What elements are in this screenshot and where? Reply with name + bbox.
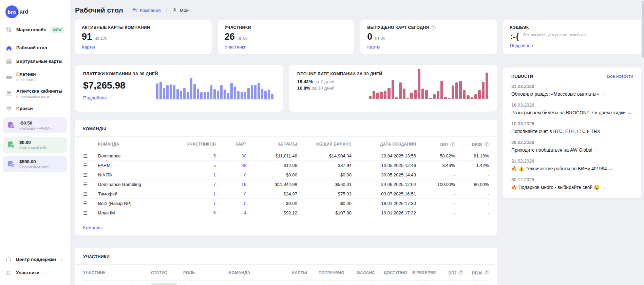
brocard-logo[interactable]: bro card [0, 4, 70, 23]
info-icon[interactable]: ? [431, 25, 436, 30]
team-cell[interactable]: 0 [216, 191, 246, 196]
news-item[interactable]: 21.02.2026🔥 ⚠️ Технические работы по БИН… [511, 158, 633, 172]
news-title: НОВОСТИ [511, 74, 533, 79]
row-menu-icon[interactable]: ☰ [83, 153, 98, 158]
news-card: НОВОСТИ Все новости 31.03.2026Обновили р… [503, 68, 641, 198]
sidebar-item-sublabel: и рекламные сети [16, 95, 62, 99]
sidebar-item-label: Агентские кабинеты [16, 89, 62, 94]
teams-link[interactable]: Команды [83, 225, 102, 230]
row-menu-icon[interactable]: ☰ [83, 201, 98, 206]
row-menu-icon[interactable]: ☰ [83, 210, 98, 215]
info-icon[interactable]: ? [458, 270, 463, 275]
team-row[interactable]: ☰Dominance530$11,011.48$14,904.3429.04.2… [83, 151, 489, 160]
members-link[interactable]: Участники [225, 44, 247, 50]
news-item[interactable]: 31.03.2026Обновили раздел «Массовые выпл… [511, 84, 633, 97]
team-cell[interactable]: 1 [172, 172, 216, 177]
chart-bar [482, 82, 485, 99]
row-menu-icon[interactable]: ☰ [83, 163, 98, 168]
column-header: DR7? [416, 142, 455, 147]
column-header: ДАТА СОЗДАНИЯ [352, 142, 416, 147]
news-item-title: Приходите пообщаться на AW Global→ [511, 147, 633, 153]
team-row[interactable]: ☰NIKITA10$0.00$0.0030.05.2025 14:43-- [83, 170, 489, 179]
account-tile-card[interactable]: $0.00 Карточный счёт [3, 137, 67, 153]
team-cell[interactable]: 1 [172, 201, 216, 206]
account-tile-farm[interactable]: -$0.50 Команда «FARM» [3, 117, 67, 133]
chart-bar [241, 92, 243, 99]
stat-value: 0 [367, 32, 372, 42]
sidebar-item-dashboard[interactable]: Рабочий стол [0, 41, 70, 55]
tab-company[interactable]: Компания [132, 7, 161, 13]
sidebar-item-marketplace[interactable]: Маркетплейс NEW [0, 23, 70, 37]
team-cell[interactable]: 5 [172, 163, 216, 168]
chart-bar [244, 92, 246, 99]
chart-bar [207, 92, 209, 99]
chart-bar [234, 87, 236, 99]
chart-bar [156, 83, 158, 99]
info-icon[interactable]: ? [484, 142, 489, 147]
chart-bar [183, 88, 186, 99]
chart-bar [220, 85, 223, 99]
sidebar-item-support[interactable]: Центр поддержки › [0, 253, 70, 266]
stat-of: из 100 [95, 36, 107, 41]
news-item[interactable]: 10.03.2026Пополняйте счет в BTC, ETH, LT… [511, 121, 633, 135]
team-cell[interactable]: 5 [172, 153, 216, 158]
news-date: 16.03.2026 [511, 102, 633, 108]
team-cell[interactable]: 0 [216, 172, 246, 177]
sidebar-item-agent-cabinets[interactable]: Агентские кабинеты и рекламные сети [0, 85, 70, 102]
team-row[interactable]: ☰Borz (Назар NP)10$0.00$0.0019.01.2026 1… [83, 198, 489, 208]
info-icon[interactable]: ? [450, 142, 455, 147]
info-icon[interactable]: ? [484, 270, 489, 275]
news-item[interactable]: 30.12.2025🔥 Подарков много - выбирайте с… [511, 177, 633, 191]
all-news-link[interactable]: Все новости [607, 74, 633, 79]
team-cell[interactable]: 4 [216, 210, 246, 215]
sidebar-item-virtual-cards[interactable]: Виртуальные карты [0, 55, 70, 68]
sidebar-item-label: Виртуальные карты [16, 59, 62, 64]
row-menu-icon[interactable]: ☰ [83, 172, 98, 177]
team-cell[interactable]: 30 [216, 153, 246, 158]
card-account-icon [7, 121, 16, 130]
team-cell[interactable]: 7 [172, 182, 216, 187]
news-item[interactable]: 26.02.2026Приходите пообщаться на AW Glo… [511, 140, 633, 153]
team-cell: NIKITA [98, 172, 172, 177]
sidebar-item-members[interactable]: Участники › [0, 266, 70, 280]
row-menu-icon[interactable]: ☰ [83, 191, 98, 196]
payments-details-link[interactable]: Подробнее [83, 95, 107, 100]
chart-bar [440, 81, 443, 99]
scrollbar-track[interactable] [642, 0, 644, 285]
team-row[interactable]: ☰Тимофей10$24.97$75.0303.07.2025 16:51-- [83, 189, 489, 198]
cards-link[interactable]: Карты [82, 44, 95, 50]
news-item-title: 🔥 Подарков много - выбирайте свой 😉→ [511, 184, 633, 191]
account-tile-service[interactable]: $590.00 Сервисный счёт [3, 156, 67, 172]
chart-bar [448, 98, 451, 99]
chart-cards-row: ПЛАТЕЖИ КОМПАНИИ ЗА 30 ДНЕЙ $7,265.98 По… [75, 65, 497, 112]
team-cell[interactable]: 38 [216, 163, 246, 168]
sidebar-item-payments[interactable]: Платежи и возвраты [0, 68, 70, 85]
view-tabs: Компания Мой [132, 7, 189, 13]
chart-bar [437, 91, 439, 99]
team-row[interactable]: ☰Илья IM64$92.12$107.8819.01.2026 17:32-… [83, 208, 489, 217]
member-row[interactable]: Dominance (a.gasanov@a3f.ru)АктивныйOwne… [83, 280, 489, 285]
cashback-details-link[interactable]: Подробнее [510, 43, 533, 48]
scrollbar-thumb[interactable] [642, 1, 644, 58]
team-cell[interactable]: 6 [172, 210, 216, 215]
arrow-right-icon: → [602, 129, 606, 134]
stat-value: 91 [82, 32, 92, 42]
team-row[interactable]: ☰FARM538$12.06$87.9410.05.2025 12:468.43… [83, 160, 489, 170]
team-row[interactable]: ☰Dominance Gambling719$11,344.99$560.012… [83, 179, 489, 189]
cards-link[interactable]: Карты [367, 44, 380, 50]
team-cell[interactable]: 1 [172, 191, 216, 196]
column-header: ПОТРАЧЕНО [307, 270, 344, 275]
chart-bar [369, 96, 372, 99]
cashback-card: КЭШБЭК :-( В этом месяце у вас нет кэшбэ… [503, 20, 641, 54]
chart-bar [433, 94, 436, 99]
team-cell[interactable]: 19 [216, 182, 246, 187]
main-area: Рабочий стол Компания Мой АКТИВНЫЕ КА [70, 0, 644, 285]
users-icon [5, 270, 12, 276]
tab-my[interactable]: Мой [172, 7, 189, 13]
team-cell[interactable]: 0 [216, 201, 246, 206]
news-item[interactable]: 16.03.2026Разыгрываем билеты на BROCONF-… [511, 102, 633, 116]
column-header: КОМАНДА [98, 142, 172, 147]
sidebar-item-proxy[interactable]: Прокси [0, 102, 70, 116]
row-menu-icon[interactable]: ☰ [83, 182, 98, 187]
news-list: 31.03.2026Обновили раздел «Массовые выпл… [511, 84, 633, 191]
